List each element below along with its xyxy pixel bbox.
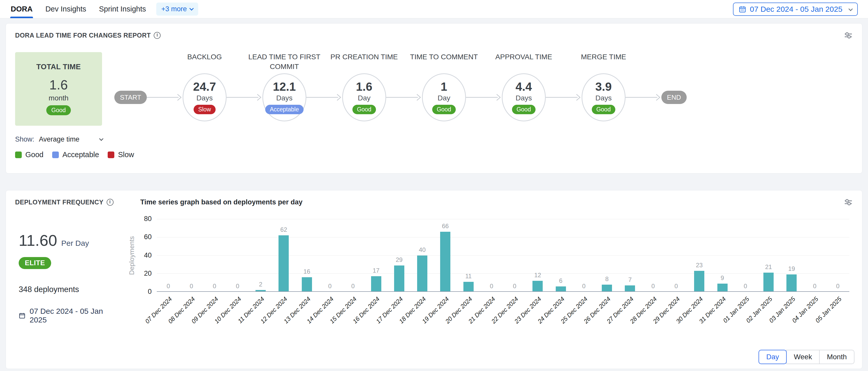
calendar-icon <box>739 5 746 13</box>
stage-value: 3.9 <box>595 81 612 93</box>
deployment-frequency-card: DEPLOYMENT FREQUENCY i Time series graph… <box>6 190 862 369</box>
chart-bar <box>302 277 312 292</box>
stage-unit: Days <box>595 94 612 102</box>
chart-bar-value: 16 <box>290 268 323 275</box>
chart-y-tick: 60 <box>134 233 152 241</box>
chart-bar-value: 62 <box>267 226 300 233</box>
info-icon[interactable]: i <box>106 199 114 206</box>
deployment-stats: 11.60 Per Day ELITE 348 deployments 07 D… <box>6 208 118 328</box>
tab-dora[interactable]: DORA <box>10 0 33 18</box>
more-tabs-label: +3 more <box>161 5 187 13</box>
deployment-subtitle: Time series graph based on deployments p… <box>141 198 303 206</box>
flow-arrow-icon <box>147 93 183 102</box>
chart-bar-slot: 11 <box>457 219 480 292</box>
deployments-bar-chart: Deployments 0204060800000262160017294066… <box>129 219 849 328</box>
chart-y-tick: 0 <box>134 288 152 296</box>
show-metric-value: Average time <box>39 135 80 143</box>
deployment-header: DEPLOYMENT FREQUENCY i Time series graph… <box>6 190 862 206</box>
chart-y-tick: 40 <box>134 251 152 259</box>
stage-title: APPROVAL TIME <box>482 52 566 62</box>
calendar-icon <box>19 312 26 319</box>
chevron-down-icon <box>99 137 103 141</box>
chart-bar-slot: 0 <box>480 219 503 292</box>
granularity-month[interactable]: Month <box>819 350 855 364</box>
chart-x-axis-labels: 07 Dec 202408 Dec 202409 Dec 202410 Dec … <box>157 292 849 328</box>
lead-time-header: DORA LEAD TIME FOR CHANGES REPORT i <box>6 24 862 39</box>
info-icon[interactable]: i <box>154 32 161 39</box>
stage-status-badge: Acceptable <box>265 105 304 114</box>
chart-bar <box>786 274 797 292</box>
chart-bar-slot: 66 <box>434 219 457 292</box>
deployment-rate-unit: Per Day <box>61 239 89 247</box>
date-range-label: 07 Dec 2024 - 05 Jan 2025 <box>750 5 842 13</box>
chart-bar-value: 66 <box>429 223 462 230</box>
granularity-day[interactable]: Day <box>758 350 787 364</box>
chart-bar <box>602 284 612 292</box>
chart-bar <box>463 282 474 292</box>
lead-time-card: DORA LEAD TIME FOR CHANGES REPORT i TOTA… <box>6 23 862 173</box>
stage-circle: 3.9DaysGood <box>582 73 625 122</box>
chevron-down-icon <box>189 6 194 11</box>
tab-dev-insights[interactable]: Dev Insights <box>45 0 87 18</box>
stage-circle: 1DayGood <box>422 73 466 122</box>
chart-bar <box>694 271 704 292</box>
filter-sliders-icon[interactable] <box>844 31 853 39</box>
flow-arrow-icon <box>466 93 502 102</box>
date-range-picker[interactable]: 07 Dec 2024 - 05 Jan 2025 <box>733 3 858 16</box>
more-tabs-button[interactable]: +3 more <box>156 3 198 15</box>
deployment-title: DEPLOYMENT FREQUENCY i <box>15 199 114 206</box>
chart-bar-slot: 21 <box>757 219 780 292</box>
chart-bar-value: 2 <box>244 281 277 288</box>
stage-value: 4.4 <box>516 81 532 93</box>
chart-bar-slot: 17 <box>365 219 388 292</box>
stage-value: 1 <box>441 81 447 93</box>
legend-swatch <box>52 151 59 158</box>
chart-bar-slot: 0 <box>318 219 341 292</box>
legend-swatch <box>15 151 22 158</box>
total-time-label: TOTAL TIME <box>36 63 81 71</box>
chart-bar <box>417 256 427 292</box>
top-navigation-bar: DORADev InsightsSprint Insights +3 more … <box>0 0 868 19</box>
legend-item: Good <box>15 150 43 159</box>
chart-bar-slot: 40 <box>411 219 434 292</box>
stage-title: MERGE TIME <box>561 52 646 62</box>
stage-title: BACKLOG <box>162 52 247 62</box>
stage-status-badge: Good <box>352 105 376 114</box>
pipeline-stage: LEAD TIME TO FIRST COMMIT12.1DaysAccepta… <box>262 52 306 122</box>
stage-status-badge: Good <box>432 105 456 114</box>
stage-unit: Day <box>358 94 371 102</box>
chart-bar-slot: 0 <box>203 219 226 292</box>
chart-bar-value: 29 <box>382 256 416 263</box>
stage-status-badge: Good <box>592 105 615 114</box>
granularity-control: DayWeekMonth <box>758 350 855 364</box>
chart-bar-slot: 6 <box>549 219 572 292</box>
elite-badge: ELITE <box>19 257 51 269</box>
tab-list: DORADev InsightsSprint Insights <box>10 0 147 18</box>
chart-bar-value: 11 <box>452 273 485 280</box>
chart-bar-slot: 7 <box>618 219 642 292</box>
show-metric-dropdown[interactable]: Average time <box>39 135 103 143</box>
chart-bar-value: 0 <box>729 282 762 290</box>
chart-bar-slot: 0 <box>665 219 688 292</box>
chart-bar-slot: 0 <box>180 219 203 292</box>
chart-bar <box>625 285 635 292</box>
filter-sliders-icon[interactable] <box>844 198 853 206</box>
legend-item: Acceptable <box>52 150 99 159</box>
stage-title: TIME TO COMMENT <box>402 52 486 62</box>
stage-circle: 1.6DayGood <box>342 73 386 122</box>
granularity-week[interactable]: Week <box>786 350 820 364</box>
deployment-count: 348 deployments <box>19 285 118 294</box>
stage-title: PR CREATION TIME <box>322 52 406 62</box>
chart-bar-slot: 19 <box>780 219 803 292</box>
chart-bar-slot: 0 <box>341 219 365 292</box>
chart-bar <box>717 283 727 292</box>
lead-time-pipeline: STARTBACKLOG24.7DaysSlowLEAD TIME TO FIR… <box>114 52 853 143</box>
tab-sprint-insights[interactable]: Sprint Insights <box>98 0 147 18</box>
total-time-unit: month <box>49 94 68 102</box>
deployment-title-text: DEPLOYMENT FREQUENCY <box>15 199 103 206</box>
chart-bar-slot: 29 <box>388 219 411 292</box>
stage-title: LEAD TIME TO FIRST COMMIT <box>242 52 327 72</box>
lead-time-legend: GoodAcceptableSlow <box>6 150 862 159</box>
chart-bar-value: 0 <box>336 282 370 290</box>
chevron-down-icon <box>846 5 852 13</box>
